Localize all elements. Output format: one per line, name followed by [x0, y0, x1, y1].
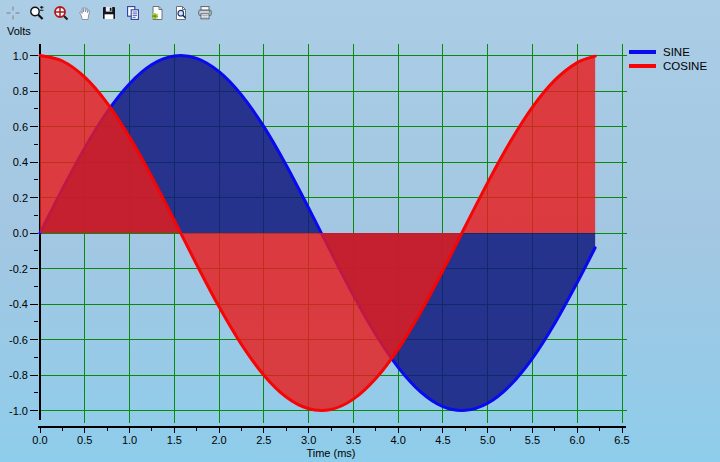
y-tick-label: -0.6 — [9, 334, 28, 346]
x-tick-label: 1.5 — [167, 434, 182, 446]
x-tick-label: 4.0 — [391, 434, 406, 446]
x-tick-label: 0.0 — [32, 434, 47, 446]
sine-legend-label: SINE — [663, 46, 690, 58]
x-tick-label: 4.5 — [435, 434, 450, 446]
y-tick-label: -1.0 — [9, 405, 28, 417]
x-tick-label: 6.5 — [614, 434, 629, 446]
legend-item-cosine: COSINE — [629, 59, 707, 73]
y-tick-label: 0.4 — [13, 156, 28, 168]
y-tick-label: 1.0 — [13, 50, 28, 62]
x-tick-label: 2.0 — [211, 434, 226, 446]
legend-item-sine: SINE — [629, 45, 707, 59]
chart-window: Volts -1.0-0.8-0.6-0.4-0.20.00.20.40.60.… — [0, 0, 720, 462]
y-tick-label: 0.6 — [13, 121, 28, 133]
x-tick-label: 3.0 — [301, 434, 316, 446]
x-tick-label: 0.5 — [77, 434, 92, 446]
y-tick-label: 0.2 — [13, 192, 28, 204]
chart-canvas[interactable]: -1.0-0.8-0.6-0.4-0.20.00.20.40.60.81.00.… — [0, 0, 720, 462]
y-tick-label: 0.0 — [13, 227, 28, 239]
x-tick-label: 2.5 — [256, 434, 271, 446]
cosine-legend-label: COSINE — [663, 60, 707, 72]
sine-legend-swatch — [629, 50, 656, 54]
y-tick-label: -0.8 — [9, 369, 28, 381]
x-axis-title: Time (ms) — [306, 447, 355, 459]
legend: SINE COSINE — [629, 45, 707, 73]
y-tick-label: -0.4 — [9, 298, 28, 310]
x-tick-label: 6.0 — [570, 434, 585, 446]
x-tick-label: 5.0 — [480, 434, 495, 446]
x-tick-label: 3.5 — [346, 434, 361, 446]
x-tick-label: 1.0 — [122, 434, 137, 446]
y-tick-label: 0.8 — [13, 85, 28, 97]
x-tick-label: 5.5 — [525, 434, 540, 446]
y-tick-label: -0.2 — [9, 263, 28, 275]
cosine-legend-swatch — [629, 64, 656, 68]
